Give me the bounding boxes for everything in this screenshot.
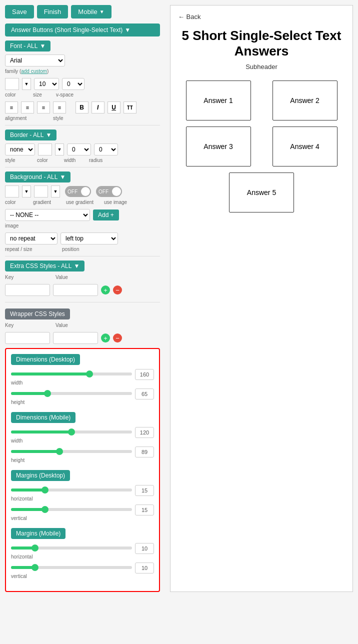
border-style-select[interactable]: none solid dashed dotted (5, 144, 35, 156)
margins-mobile-v-thumb[interactable] (32, 564, 38, 571)
answer-button-4[interactable]: Answer 4 (272, 126, 338, 166)
bg-color-sublabel: color (5, 200, 30, 205)
use-gradient-toggle[interactable]: OFF (65, 186, 91, 197)
wrapper-css-value-input[interactable] (53, 332, 98, 344)
bg-sublabels-1: color gradient use gradient use image (5, 200, 160, 205)
bg-add-button[interactable]: Add + (93, 210, 119, 220)
margins-desktop-v-thumb[interactable] (42, 506, 48, 513)
margins-mobile-v-fill (11, 566, 35, 569)
desktop-height-slider-row: 65 (11, 388, 154, 400)
mobile-width-thumb[interactable] (68, 428, 75, 436)
mobile-width-track (11, 430, 132, 434)
extra-css-label[interactable]: Extra CSS Styles - ALL ▼ (5, 260, 84, 272)
margins-mobile-v-track-container (11, 566, 132, 570)
font-size-labels: color size v-space (5, 92, 160, 98)
background-controls-row: ▼ ▼ OFF OFF (5, 186, 160, 198)
mobile-height-value: 89 (135, 446, 154, 458)
font-vspace-select[interactable]: 0 1 2 3 (62, 78, 84, 90)
bg-repeat-select[interactable]: no repeat repeat repeat-x repeat-y cover… (5, 232, 58, 244)
margins-desktop-v-label: vertical (11, 516, 154, 521)
add-custom-link[interactable]: add custom (21, 68, 47, 74)
answer-button-3[interactable]: Answer 3 (186, 126, 251, 166)
margins-mobile-h-thumb[interactable] (32, 544, 38, 552)
wrapper-css-label: Wrapper CSS Styles (5, 308, 70, 320)
border-width-select[interactable]: 0 1 2 3 (67, 144, 91, 156)
extra-css-value-input[interactable] (53, 284, 98, 296)
finish-button[interactable]: Finish (37, 5, 68, 18)
mobile-height-thumb[interactable] (56, 448, 63, 455)
font-color-arrow[interactable]: ▼ (22, 78, 31, 90)
border-section-label[interactable]: Border - ALL ▼ (5, 130, 56, 140)
wrapper-css-input-row: + − (5, 332, 160, 344)
mobile-width-value: 120 (135, 427, 154, 438)
border-color-arrow[interactable]: ▼ (55, 144, 64, 156)
italic-button[interactable]: I (92, 102, 104, 114)
margins-mobile-v-slider-row: 10 (11, 562, 154, 574)
desktop-height-value: 65 (135, 388, 154, 400)
extra-css-remove-button[interactable]: − (113, 286, 122, 294)
use-image-knob (112, 187, 121, 196)
border-color-swatch[interactable] (38, 144, 52, 156)
preview-panel: ← Back 5 Short Single-Select Text Answer… (170, 5, 353, 592)
mobile-button[interactable]: Mobile ▼ (71, 5, 111, 18)
desktop-width-thumb[interactable] (86, 370, 93, 378)
align-justify-button[interactable]: ≡ (53, 102, 66, 114)
mobile-width-label: width (11, 438, 154, 444)
bg-position-select[interactable]: left top left center center center right… (60, 232, 118, 244)
background-label-text: Background - ALL (10, 174, 58, 180)
wrapper-css-add-button[interactable]: + (101, 334, 110, 342)
background-section-label[interactable]: Background - ALL ▼ (5, 172, 70, 182)
answer-button-1[interactable]: Answer 1 (186, 80, 251, 120)
extra-css-label-text: Extra CSS Styles - ALL (10, 262, 72, 270)
dimensions-desktop-section: Dimensions (Desktop) 160 width (11, 354, 154, 405)
answer-buttons-selector[interactable]: Answer Buttons (Short Single-Select Text… (5, 24, 160, 36)
answer-button-5[interactable]: Answer 5 (229, 172, 294, 212)
save-button[interactable]: Save (5, 5, 34, 18)
bold-button[interactable]: B (76, 102, 88, 114)
extra-css-headers: Key Value (5, 274, 160, 280)
wrapper-css-section: Wrapper CSS Styles Key Value + − (5, 308, 160, 344)
margins-mobile-h-label: horizontal (11, 554, 154, 560)
bg-gradient-arrow[interactable]: ▼ (51, 186, 60, 198)
background-section: Background - ALL ▼ ▼ ▼ OFF OFF color gra… (5, 172, 160, 252)
use-image-toggle[interactable]: OFF (96, 186, 122, 197)
margins-mobile-h-track (11, 546, 132, 550)
wrapper-css-remove-button[interactable]: − (113, 334, 122, 342)
underline-button[interactable]: U (108, 102, 120, 114)
border-radius-select[interactable]: 0 2 4 8 (94, 144, 118, 156)
margins-desktop-v-track (11, 508, 132, 511)
align-center-button[interactable]: ≡ (21, 102, 34, 114)
font-section-label[interactable]: Font - ALL ▼ (5, 40, 50, 52)
answer-button-2[interactable]: Answer 2 (272, 80, 338, 120)
desktop-height-thumb[interactable] (44, 390, 51, 397)
bg-color-swatch[interactable] (5, 186, 19, 198)
bg-image-select[interactable]: -- NONE -- (5, 209, 90, 221)
font-color-swatch[interactable] (5, 78, 19, 90)
wrapper-css-key-input[interactable] (5, 332, 50, 344)
margins-desktop-v-track-container (11, 508, 132, 512)
desktop-height-slider-track-container (11, 392, 132, 396)
tt-button[interactable]: TT (124, 102, 136, 114)
margins-desktop-v-fill (11, 508, 45, 511)
border-sublabels: style color width radius (5, 158, 160, 163)
bg-gradient-sublabel: gradient (33, 200, 63, 205)
bg-color-arrow[interactable]: ▼ (22, 186, 31, 198)
align-right-button[interactable]: ≡ (37, 102, 50, 114)
align-left-button[interactable]: ≡ (5, 102, 18, 114)
mobile-width-fill (11, 430, 72, 434)
font-label-text: Font - ALL (10, 42, 38, 50)
font-family-select[interactable]: Arial Georgia Verdana (5, 54, 65, 66)
bg-image-row: -- NONE -- Add + (5, 209, 160, 221)
margins-desktop-h-thumb[interactable] (42, 486, 48, 494)
bg-use-image-sublabel: use image (104, 200, 134, 205)
extra-css-key-input[interactable] (5, 284, 50, 296)
bg-gradient-swatch[interactable] (34, 186, 48, 198)
extra-css-add-button[interactable]: + (101, 286, 110, 294)
back-link[interactable]: ← Back (178, 13, 345, 20)
dimensions-mobile-section: Dimensions (Mobile) 120 width (11, 412, 154, 463)
mobile-width-slider-row: 120 (11, 427, 154, 438)
font-style-labels: alignment style (5, 116, 160, 121)
font-size-select[interactable]: 10 8 9 11 12 14 (34, 78, 59, 90)
margins-desktop-h-value: 15 (135, 485, 154, 496)
bg-repeat-position-row: no repeat repeat repeat-x repeat-y cover… (5, 232, 160, 244)
